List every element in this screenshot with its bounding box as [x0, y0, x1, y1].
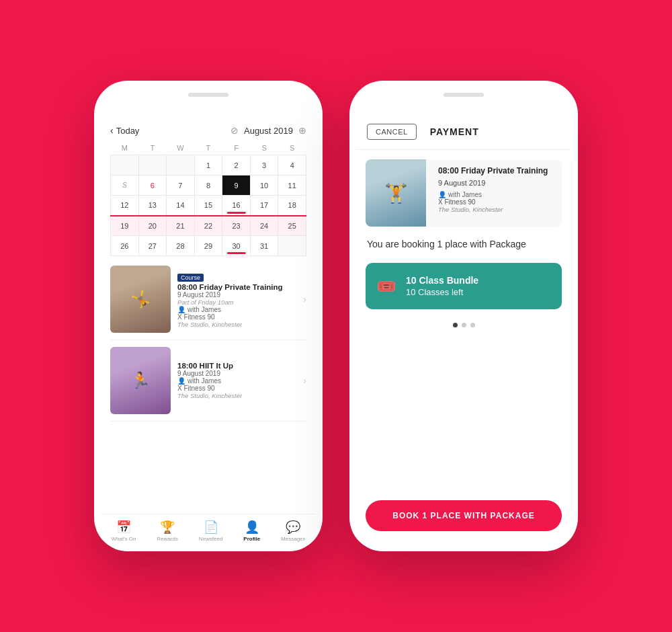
nav-whats-on[interactable]: 📅 What's On — [111, 520, 136, 542]
event-title-2: 18:00 HIIT It Up — [177, 362, 296, 370]
today-button[interactable]: ‹ Today — [110, 125, 139, 136]
cal-cell-18[interactable]: 18 — [278, 196, 306, 216]
cal-cell-21[interactable]: 21 — [167, 216, 195, 236]
cal-cell-24[interactable]: 24 — [250, 216, 278, 236]
package-name: 10 Class Bundle — [406, 275, 478, 286]
weekday-tue: T — [138, 141, 167, 155]
nav-label-rewards: Rewards — [157, 536, 178, 542]
class-card-gym: X Fitness 90 — [438, 198, 556, 206]
event-item-2[interactable]: 18:00 HIIT It Up 9 August 2019 👤 with Ja… — [110, 340, 306, 422]
event-thumb-1 — [110, 266, 171, 333]
weekday-sun: S — [278, 141, 306, 155]
event-part-1: Part of Friday 10am — [177, 299, 296, 306]
cal-cell-3[interactable]: 3 — [250, 155, 278, 175]
event-item-1[interactable]: Course 08:00 Friday Private Training 9 A… — [110, 259, 306, 340]
cal-cell-22[interactable]: 22 — [194, 216, 222, 236]
event-date-1: 9 August 2019 — [177, 291, 296, 299]
event-gym-2: X Fitness 90 — [177, 385, 296, 392]
month-nav: ⊘ August 2019 ⊕ — [230, 125, 306, 136]
cal-cell-4[interactable]: 4 — [278, 155, 306, 175]
cal-cell-29[interactable]: 29 — [194, 236, 222, 256]
dot-1 — [453, 323, 458, 327]
event-with-2: 👤 with James — [177, 377, 296, 385]
left-phone-screen: ‹ Today ⊘ August 2019 ⊕ M — [101, 114, 316, 545]
event-arrow-2: › — [303, 375, 306, 386]
calendar-header: ‹ Today ⊘ August 2019 ⊕ — [101, 114, 316, 141]
cal-cell-10[interactable]: 10 — [250, 175, 278, 196]
rewards-icon: 🏆 — [160, 520, 175, 535]
calendar-icon: 📅 — [116, 520, 131, 535]
package-card[interactable]: 🎟️ 10 Class Bundle 10 Classes left — [366, 263, 562, 309]
nav-rewards[interactable]: 🏆 Rewards — [157, 520, 178, 542]
class-card-title: 08:00 Friday Private Training — [438, 166, 556, 177]
cal-cell[interactable] — [167, 155, 195, 175]
cal-cell-13[interactable]: 13 — [138, 196, 167, 216]
nav-label-whats-on: What's On — [111, 536, 136, 542]
cal-cell-30[interactable]: 30 — [222, 236, 251, 256]
nav-profile[interactable]: 👤 Profile — [243, 520, 260, 542]
cal-cell-2[interactable]: 2 — [222, 155, 251, 175]
class-card: 08:00 Friday Private Training 9 August 2… — [366, 159, 562, 227]
cal-cell-23[interactable]: 23 — [222, 216, 251, 236]
cal-cell-8[interactable]: 8 — [194, 175, 222, 196]
newsfeed-icon: 📄 — [204, 520, 218, 535]
person-icon-card: 👤 — [438, 191, 446, 198]
person-icon-1: 👤 — [177, 306, 185, 313]
class-card-with: 👤 with James — [438, 191, 556, 198]
event-info-2: 18:00 HIIT It Up 9 August 2019 👤 with Ja… — [177, 362, 296, 399]
person-icon-2: 👤 — [177, 377, 185, 385]
dot-2 — [462, 323, 466, 327]
cal-cell-12[interactable]: 12 — [111, 196, 139, 216]
event-badge-1: Course — [177, 274, 204, 282]
book-button[interactable]: BOOK 1 PLACE WITH PACKAGE — [366, 500, 562, 531]
weekday-sat: S — [250, 141, 278, 155]
cal-cell-14[interactable]: 14 — [167, 196, 195, 216]
today-label: Today — [116, 126, 140, 136]
cal-cell-28[interactable]: 28 — [167, 236, 195, 256]
cancel-button[interactable]: CANCEL — [367, 124, 417, 140]
nav-messages[interactable]: 💬 Messages — [281, 520, 305, 542]
event-date-2: 9 August 2019 — [177, 370, 296, 377]
cal-cell-s[interactable]: S — [111, 175, 139, 196]
next-month-button[interactable]: ⊕ — [298, 125, 306, 136]
prev-month-button[interactable]: ⊘ — [230, 125, 239, 136]
cal-cell-11[interactable]: 11 — [278, 175, 306, 196]
dots-indicator — [356, 323, 571, 327]
cal-cell-1[interactable]: 1 — [194, 155, 222, 175]
cal-cell-9[interactable]: 9 — [222, 175, 251, 196]
cal-cell-empty[interactable] — [278, 236, 306, 256]
cal-cell-27[interactable]: 27 — [138, 236, 167, 256]
booking-text: You are booking 1 place with Package — [356, 227, 571, 256]
weekday-fri: F — [222, 141, 251, 155]
cal-cell-7[interactable]: 7 — [167, 175, 195, 196]
class-card-thumb — [366, 159, 426, 227]
weekday-mon: M — [111, 141, 139, 155]
event-with-1: 👤 with James — [177, 306, 296, 313]
cal-cell-16[interactable]: 16 — [222, 196, 251, 216]
package-info: 10 Class Bundle 10 Classes left — [406, 275, 478, 297]
bottom-nav: 📅 What's On 🏆 Rewards 📄 Newsfeed 👤 Profi… — [101, 514, 316, 545]
left-phone: ‹ Today ⊘ August 2019 ⊕ M — [94, 81, 323, 551]
event-thumb-2 — [110, 347, 171, 414]
cal-cell[interactable] — [138, 155, 167, 175]
event-info-1: Course 08:00 Friday Private Training 9 A… — [177, 270, 296, 328]
cal-cell-31[interactable]: 31 — [250, 236, 278, 256]
nav-label-newsfeed: Newsfeed — [199, 536, 223, 542]
cal-cell-26[interactable]: 26 — [111, 236, 139, 256]
payment-header: CANCEL PAYMENT — [356, 114, 571, 150]
phones-container: ‹ Today ⊘ August 2019 ⊕ M — [94, 81, 578, 551]
event-gym-1: X Fitness 90 — [177, 313, 296, 321]
back-chevron-icon: ‹ — [110, 125, 114, 136]
month-label: August 2019 — [244, 126, 293, 136]
cal-cell-6[interactable]: 6 — [138, 175, 167, 196]
cal-cell-19[interactable]: 19 — [111, 216, 139, 236]
nav-newsfeed[interactable]: 📄 Newsfeed — [199, 520, 223, 542]
cal-cell-25[interactable]: 25 — [278, 216, 306, 236]
event-title-1: 08:00 Friday Private Training — [177, 283, 296, 291]
cal-cell[interactable] — [111, 155, 139, 175]
profile-icon: 👤 — [245, 520, 259, 535]
cal-cell-15[interactable]: 15 — [194, 196, 222, 216]
cal-cell-17[interactable]: 17 — [250, 196, 278, 216]
cal-cell-20[interactable]: 20 — [138, 216, 167, 236]
package-icon: 🎟️ — [376, 277, 396, 296]
